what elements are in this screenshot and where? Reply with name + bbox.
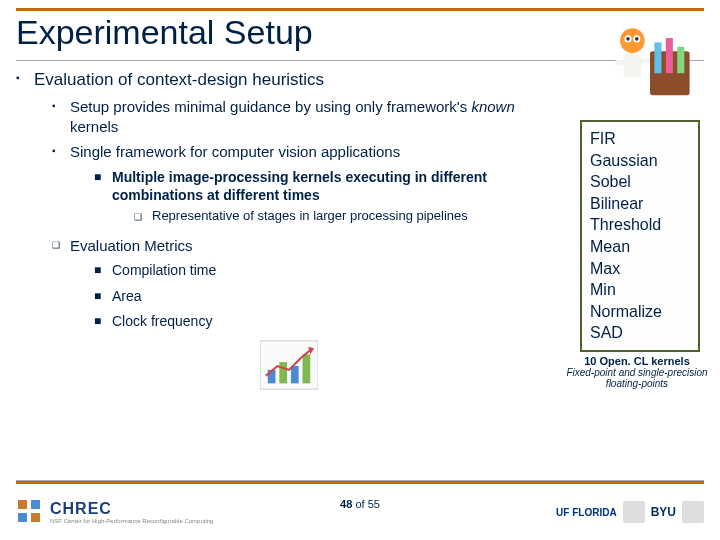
bullet-icon: ▪ (52, 142, 70, 162)
svg-rect-2 (666, 38, 673, 73)
svg-rect-15 (291, 366, 299, 383)
metric-area: Area (112, 287, 556, 306)
svg-rect-20 (31, 513, 40, 522)
kernel-caption: 10 Open. CL kernels Fixed-point and sing… (562, 355, 712, 389)
bullet-icon: ■ (94, 287, 112, 306)
footer-divider (16, 480, 704, 484)
metric-compilation: Compilation time (112, 261, 556, 280)
svg-point-4 (620, 28, 645, 53)
bullet-multiple-kernels: Multiple image-processing kernels execut… (112, 168, 556, 204)
svg-rect-17 (18, 500, 27, 509)
bullet-icon: ❑ (52, 236, 70, 256)
svg-rect-18 (31, 500, 40, 509)
kernel-item: SAD (590, 322, 690, 344)
bullet-icon: ■ (94, 168, 112, 204)
kernel-item: Sobel (590, 171, 690, 193)
footer-left-logos: CHREC NSF Center for High-Performance Re… (16, 498, 213, 526)
svg-rect-10 (615, 60, 626, 65)
bullet-representative: Representative of stages in larger proce… (152, 208, 556, 226)
chrec-subtitle: NSF Center for High-Performance Reconfig… (50, 518, 213, 524)
kernel-item: Max (590, 258, 690, 280)
uf-logo: UF FLORIDA (556, 507, 617, 518)
bullet-single-framework: Single framework for computer vision app… (70, 142, 556, 162)
kernel-item: Threshold (590, 214, 690, 236)
svg-rect-14 (279, 362, 287, 383)
bullet-setup-guidance: Setup provides minimal guidance by using… (70, 97, 556, 136)
footer-right-logos: UF FLORIDA BYU (556, 501, 704, 523)
heading-evaluation: Evaluation of context-design heuristics (34, 69, 556, 91)
portrait-logo (682, 501, 704, 523)
svg-point-8 (635, 37, 639, 41)
bullet-icon: ■ (94, 312, 112, 331)
chrec-icon (16, 498, 44, 526)
chrec-logo-text: CHREC (50, 500, 213, 518)
byu-logo: BYU (651, 505, 676, 519)
svg-rect-11 (639, 58, 650, 63)
svg-point-7 (626, 37, 630, 41)
kernel-item: Bilinear (590, 193, 690, 215)
kernel-item: Normalize (590, 301, 690, 323)
page-title: Experimental Setup (16, 11, 704, 61)
bullet-icon: ▪ (16, 69, 34, 91)
bullet-icon: ❑ (134, 208, 152, 226)
kernel-item: Mean (590, 236, 690, 258)
bullet-icon: ▪ (52, 97, 70, 136)
metric-clock: Clock frequency (112, 312, 556, 331)
heading-metrics: Evaluation Metrics (70, 236, 556, 256)
kernel-list-box: FIR Gaussian Sobel Bilinear Threshold Me… (580, 120, 700, 352)
kernel-item: Min (590, 279, 690, 301)
kernel-item: Gaussian (590, 150, 690, 172)
svg-rect-16 (303, 354, 311, 383)
vt-logo (623, 501, 645, 523)
chart-icon (260, 340, 318, 390)
svg-rect-19 (18, 513, 27, 522)
bullet-icon: ■ (94, 261, 112, 280)
kernel-item: FIR (590, 128, 690, 150)
